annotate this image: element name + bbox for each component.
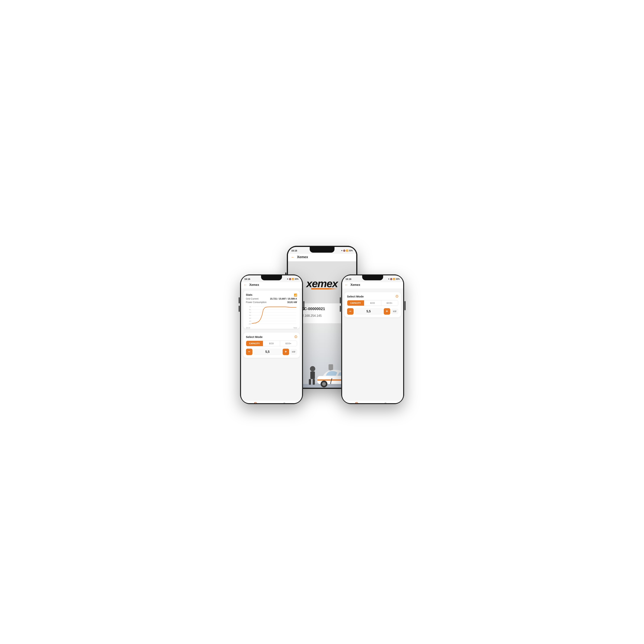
left-wifi-icon: 📶: [292, 278, 294, 280]
right-stepper-unit: kW: [391, 309, 398, 314]
right-battery-icon: 32%: [396, 278, 400, 280]
right-nav-home[interactable]: 🏠 Home: [355, 402, 359, 403]
power-value: 10,81 kW: [287, 301, 297, 304]
right-back-button[interactable]: ←: [345, 283, 348, 287]
right-app-title: Xemex: [351, 283, 360, 287]
svg-point-10: [310, 366, 315, 371]
right-app-header: ← Xemex: [342, 282, 403, 289]
right-nav-configuration[interactable]: ⚙ Configuration: [380, 402, 391, 403]
center-status-icons: ✦ 🔇 📶 32%: [341, 250, 353, 252]
power-label: Power Consumption: [246, 301, 267, 304]
mute-icon: 🔇: [343, 250, 345, 252]
chart-x-end: Now: [293, 327, 297, 329]
left-notch: [261, 275, 282, 280]
grid-current-row: Grid Current 15.721 / 15.697 / 15.599 A: [246, 297, 297, 300]
right-mode-info-icon: ⓘ: [396, 295, 398, 298]
right-bt-icon: ✦: [388, 278, 389, 280]
center-app-title: Xemex: [297, 255, 308, 259]
notch: [310, 247, 334, 253]
stepper-unit: kW: [290, 349, 297, 355]
svg-point-7: [322, 382, 326, 386]
mode-card-header: Select Mode ⓘ: [246, 335, 297, 339]
right-mode-tabs[interactable]: CAPACITY ECO ECO+: [347, 300, 398, 306]
svg-rect-11: [310, 371, 315, 379]
nav-configuration[interactable]: ⚙ Configuration: [279, 402, 289, 403]
wifi-status-icon: 📶: [294, 293, 297, 297]
center-time: 16:16: [291, 249, 297, 252]
tab-eco[interactable]: ECO: [263, 341, 280, 346]
nav-home[interactable]: 🏠 Home: [253, 402, 258, 403]
stepper-plus-button[interactable]: +: [283, 349, 289, 355]
home-icon: 🏠: [254, 402, 258, 403]
right-mute-icon: 🔇: [390, 278, 392, 280]
left-phone: 16:16 ✦ 🔇 📶 32% ← Xemex Stats: [240, 274, 303, 404]
wifi-icon: 📶: [346, 250, 348, 252]
center-back-button[interactable]: ←: [291, 255, 295, 259]
right-notch: [362, 275, 383, 280]
right-vol-down-button[interactable]: [340, 306, 341, 312]
xemex-logo: xemex: [306, 277, 338, 289]
left-battery-icon: 32%: [295, 278, 298, 280]
svg-text:-0,5: -0,5: [248, 323, 251, 325]
left-vol-down-button[interactable]: [239, 306, 240, 312]
chart-x-labels: 16:15 Now: [246, 327, 297, 329]
right-stepper-value: 5,5: [355, 308, 383, 314]
chart-x-start: 16:15: [246, 327, 250, 329]
left-status-icons: ✦ 🔇 📶 32%: [287, 278, 298, 280]
svg-text:7,2: 7,2: [249, 311, 251, 313]
right-power-button[interactable]: [405, 301, 405, 310]
svg-text:11: 11: [249, 306, 251, 307]
right-mode-card-header: Select Mode ⓘ: [347, 295, 398, 298]
mode-info-icon: ⓘ: [294, 335, 297, 339]
gear-icon: ⚙: [283, 402, 286, 403]
right-tab-eco[interactable]: ECO: [364, 300, 381, 306]
xemex-logo-text: xemex: [306, 277, 338, 289]
svg-rect-13: [313, 379, 315, 385]
right-select-mode-card: Select Mode ⓘ CAPACITY ECO ECO+ − 5,5 + …: [344, 292, 401, 317]
left-app-title: Xemex: [249, 283, 259, 287]
bluetooth-icon: ✦: [341, 250, 343, 252]
scene: 16:16 ✦ 🔇 📶 32% ← Xemex xemex: [236, 236, 408, 408]
left-mute-icon: 🔇: [289, 278, 291, 280]
svg-text:3,3: 3,3: [249, 317, 251, 319]
grid-current-label: Grid Current: [246, 297, 259, 300]
right-bottom-nav: 🏠 Home ⚙ Configuration: [342, 400, 403, 403]
right-screen-content: Select Mode ⓘ CAPACITY ECO ECO+ − 5,5 + …: [342, 289, 403, 403]
right-home-icon: 🏠: [355, 402, 359, 403]
left-power-button[interactable]: [303, 301, 304, 310]
tab-capacity[interactable]: CAPACITY: [246, 341, 263, 346]
right-stepper-minus-button[interactable]: −: [347, 308, 354, 315]
stepper-value: 5,5: [254, 349, 281, 355]
right-gear-icon: ⚙: [384, 402, 387, 403]
right-tab-capacity[interactable]: CAPACITY: [347, 300, 364, 306]
left-screen-content: Stats 📶 Grid Current 15.721 / 15.697 / 1…: [241, 289, 302, 403]
right-phone-screen: 16:16 ✦ 🔇 📶 32% ← Xemex Select Mode: [342, 275, 403, 403]
right-status-icons: ✦ 🔇 📶 32%: [388, 278, 400, 280]
mode-tabs[interactable]: CAPACITY ECO ECO+: [246, 341, 297, 346]
battery-icon: 32%: [349, 250, 353, 252]
capacity-stepper: − 5,5 + kW: [246, 349, 297, 355]
right-vol-up-button[interactable]: [340, 297, 341, 303]
right-stepper-plus-button[interactable]: +: [384, 308, 390, 315]
tab-eco-plus[interactable]: ECO+: [280, 341, 297, 346]
grid-current-value: 15.721 / 15.697 / 15.599 A: [270, 297, 297, 300]
right-tab-eco-plus[interactable]: ECO+: [381, 300, 398, 306]
svg-text:1,4: 1,4: [249, 320, 251, 322]
stepper-minus-button[interactable]: −: [246, 349, 252, 355]
svg-text:9,1: 9,1: [249, 309, 251, 310]
power-chart: 11 9,1 7,2 5,3 3,3 1,4 -0,5: [246, 305, 297, 326]
mode-title-text: Select Mode: [246, 335, 263, 339]
left-bottom-nav: 🏠 Home ⚙ Configuration: [241, 400, 302, 403]
left-app-header: ← Xemex: [241, 282, 302, 289]
left-back-button[interactable]: ←: [244, 283, 247, 287]
power-row: Power Consumption 10,81 kW: [246, 301, 297, 304]
select-mode-card: Select Mode ⓘ CAPACITY ECO ECO+ − 5,5 + …: [243, 333, 300, 358]
right-wifi-icon: 📶: [393, 278, 395, 280]
left-vol-up-button[interactable]: [239, 297, 240, 303]
left-bt-icon: ✦: [287, 278, 288, 280]
right-capacity-stepper: − 5,5 + kW: [347, 308, 398, 315]
stats-title: Stats: [246, 293, 252, 296]
left-time: 16:16: [244, 278, 250, 280]
right-mode-title-text: Select Mode: [347, 295, 364, 298]
right-phone: 16:16 ✦ 🔇 📶 32% ← Xemex Select Mode: [341, 274, 404, 404]
